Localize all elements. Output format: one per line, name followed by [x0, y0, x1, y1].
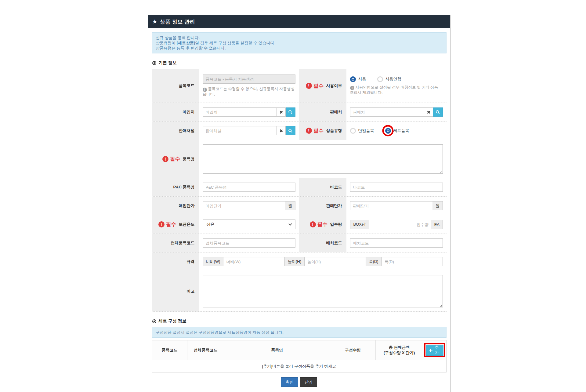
search-icon [288, 110, 293, 114]
use-status-help: i사용안함으로 설정될 경우 매칭정보 및 기타 상품 조회시 제외됩니다. [350, 85, 443, 96]
intro-line-1: 신규 상품을 등록 합니다. [156, 35, 443, 40]
units-per-box-label: ! 필수 입수량 [299, 215, 346, 234]
set-composition-table: 품목코드 업체품목코드 품목명 구성수량 총 판매금액 (구성수량 X 단가) … [152, 340, 447, 372]
channel-search-button[interactable] [286, 126, 295, 135]
seller-input[interactable] [350, 107, 424, 117]
spec-width-input[interactable] [223, 257, 284, 266]
clear-icon [279, 129, 283, 132]
radio-selected-icon [350, 76, 356, 82]
form-row-temp-qty: ! 필수 보관온도 상온 ! 필수 입수량 BOX당 [152, 215, 447, 234]
units-per-box-prefix: BOX당 [350, 220, 369, 229]
section-set-info: 세트 구성 정보 [152, 318, 447, 324]
chevron-down-icon [288, 222, 292, 225]
pnc-name-label: P&C 품목명 [152, 178, 199, 196]
form-row-channel-type: 판매채널 ! 필수 상품유형 [152, 122, 447, 140]
set-table-header-row: 품목코드 업체품목코드 품목명 구성수량 총 판매금액 (구성수량 X 단가) … [152, 340, 447, 360]
add-component-button[interactable]: 추가 [426, 345, 443, 356]
spec-depth-addon: 폭(D) [366, 257, 382, 266]
vendor-item-code-input[interactable] [203, 238, 295, 248]
search-icon [436, 110, 440, 114]
storage-temp-selected-value: 상온 [207, 222, 215, 227]
radio-unselected-icon [350, 128, 356, 134]
annotation-rectangle: 추가 [424, 343, 445, 357]
form-row-supplier-seller: 매입처 판매처 [152, 103, 447, 122]
required-text: 필수 [170, 155, 180, 162]
set-col-item-name: 품목명 [224, 340, 330, 360]
seller-label: 판매처 [299, 103, 346, 121]
close-button[interactable]: 닫기 [300, 377, 317, 387]
item-code-input[interactable] [203, 74, 295, 84]
spec-height-addon: 높이(H) [284, 257, 304, 266]
supplier-clear-button[interactable] [277, 107, 286, 117]
item-code-label: 품목코드 [152, 69, 199, 103]
radio-unselected-icon [377, 76, 383, 82]
item-name-label: ! 필수 품목명 [152, 140, 199, 178]
required-icon: ! [310, 221, 316, 227]
confirm-button[interactable]: 확인 [281, 377, 298, 387]
vendor-item-code-label: 업체품목코드 [152, 234, 199, 252]
spec-width-addon: 너비(W) [203, 257, 223, 266]
product-type-radio-single[interactable]: 단일품목 [350, 128, 374, 134]
modal-title-bar: ★ 상품 정보 관리 [148, 15, 450, 28]
note-textarea[interactable] [203, 275, 443, 307]
storage-temp-label: ! 필수 보관온도 [152, 215, 199, 234]
sale-price-unit: 원 [432, 201, 443, 210]
search-icon [288, 129, 293, 133]
item-name-textarea[interactable] [203, 144, 443, 174]
form-row-vendor-batch: 업체품목코드 배치코드 [152, 234, 447, 252]
clear-icon [427, 111, 430, 114]
plus-icon [429, 349, 432, 352]
product-type-label: ! 필수 상품유형 [299, 122, 346, 140]
spec-depth-input[interactable] [382, 257, 443, 266]
seller-search-button[interactable] [433, 107, 443, 117]
purchase-price-input[interactable] [203, 201, 285, 210]
channel-input[interactable] [203, 126, 277, 135]
intro-line-3: 상품유형은 등록 후 변경할 수 없습니다. [156, 45, 443, 51]
supplier-input[interactable] [203, 107, 277, 117]
form-row-note: 비고 [152, 271, 447, 312]
empty-message: [추가]버튼을 눌러 구성상품을 추가 하세요 [152, 360, 447, 372]
set-col-item-code: 품목코드 [152, 340, 187, 360]
required-text: 필수 [313, 127, 324, 134]
seller-clear-button[interactable] [424, 107, 433, 117]
spec-label: 규격 [152, 252, 199, 271]
clear-icon [279, 111, 283, 114]
batch-code-input[interactable] [350, 238, 443, 248]
set-col-total-amount: 총 판매금액 (구성수량 X 단가) [376, 340, 423, 360]
form-row-item-name: ! 필수 품목명 [152, 140, 447, 178]
info-icon: i [350, 86, 354, 90]
modal-footer: 확인 닫기 [152, 372, 447, 392]
form-row-item-code: 품목코드 i품목코드는 수정할 수 없으며, 신규등록시 자동생성 됩니다. !… [152, 69, 447, 103]
section-bullet-icon [152, 319, 156, 323]
required-icon: ! [158, 221, 165, 227]
sale-price-input[interactable] [350, 201, 432, 210]
barcode-label: 바코드 [299, 178, 346, 196]
units-per-box-input[interactable] [369, 220, 431, 229]
item-code-help: i품목코드는 수정할 수 없으며, 신규등록시 자동생성 됩니다. [203, 86, 295, 97]
barcode-input[interactable] [350, 183, 443, 192]
use-status-radio-use[interactable]: 사용 [350, 76, 366, 82]
intro-line-2: 상품유형이 [세트상품]일 경우 세트 구성 상품을 설정할 수 있습니다. [156, 40, 443, 45]
spec-height-input[interactable] [304, 257, 366, 266]
star-icon: ★ [153, 19, 157, 24]
supplier-search-button[interactable] [286, 107, 295, 117]
basic-info-form: 품목코드 i품목코드는 수정할 수 없으며, 신규등록시 자동생성 됩니다. !… [152, 69, 447, 312]
sale-price-label: 판매단가 [299, 197, 346, 215]
units-per-box-unit: EA [431, 220, 443, 229]
required-text: 필수 [166, 221, 176, 228]
form-row-pnc-barcode: P&C 품목명 바코드 [152, 178, 447, 197]
storage-temp-select[interactable]: 상온 [203, 220, 295, 229]
use-status-radio-no-use[interactable]: 사용안함 [377, 76, 401, 82]
required-icon: ! [162, 156, 168, 162]
pnc-name-input[interactable] [203, 183, 295, 192]
info-icon: i [203, 88, 207, 92]
set-info-notice: 구성상품 설정시 설정된 구성상품명으로 세트상품명이 자동 생성 됩니다. [152, 327, 447, 338]
form-row-prices: 매입단가 원 판매단가 원 [152, 197, 447, 215]
set-table-empty-row: [추가]버튼을 눌러 구성상품을 추가 하세요 [152, 360, 447, 372]
product-type-radio-set[interactable]: 세트품목 [385, 128, 409, 134]
section-basic-info: 기본 정보 [152, 60, 447, 66]
supplier-label: 매입처 [152, 103, 199, 121]
set-col-quantity: 구성수량 [330, 340, 376, 360]
channel-clear-button[interactable] [277, 126, 286, 135]
required-text: 필수 [313, 82, 324, 89]
